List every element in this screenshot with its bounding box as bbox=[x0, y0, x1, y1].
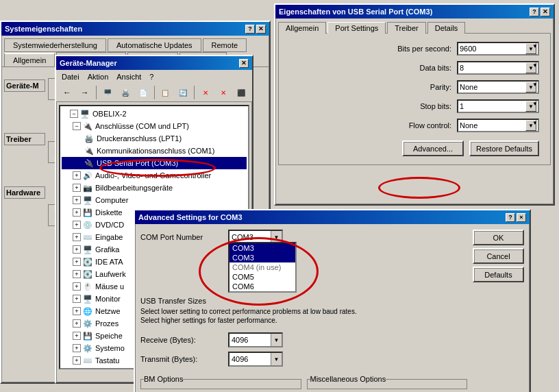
stop-bits-label: Stop bits: bbox=[390, 102, 451, 110]
toolbar-icon7[interactable]: ✕ bbox=[215, 85, 232, 100]
receive-dropdown-arrow[interactable]: ▼ bbox=[271, 334, 282, 346]
menu-datei[interactable]: Datei bbox=[58, 71, 84, 82]
dropdown-item-com5[interactable]: COM5 bbox=[229, 272, 295, 282]
tab-allgemein[interactable]: Allgemein bbox=[4, 53, 55, 67]
toolbar-forward[interactable]: → bbox=[77, 85, 93, 100]
usb-props-help-button[interactable]: ? bbox=[530, 8, 539, 16]
geraete-close-button[interactable]: ✕ bbox=[239, 59, 249, 68]
menu-aktion[interactable]: Aktion bbox=[84, 71, 113, 82]
help-button[interactable]: ? bbox=[245, 25, 255, 34]
stop-bits-select[interactable]: 1 ▼ bbox=[457, 99, 539, 113]
advanced-help-button[interactable]: ? bbox=[506, 213, 515, 222]
parity-select-wrapper[interactable]: None ▼ bbox=[457, 80, 539, 94]
monitor-icon: 🖥️ bbox=[82, 293, 93, 304]
toolbar-icon1[interactable]: 🖥️ bbox=[99, 85, 116, 100]
dropdown-item-com4[interactable]: COM4 (in use) bbox=[229, 262, 295, 272]
anschluesse-expand[interactable]: − bbox=[73, 122, 81, 130]
toolbar-icon6[interactable]: ✕ bbox=[197, 85, 214, 100]
toolbar-icon4[interactable]: 📋 bbox=[158, 85, 174, 100]
bild-expand[interactable]: + bbox=[73, 184, 81, 192]
prozessor-expand[interactable]: + bbox=[73, 319, 81, 328]
bits-per-second-arrow[interactable]: ▼ bbox=[525, 43, 536, 54]
data-bits-row: Data bits: 8 ▼ bbox=[290, 61, 539, 75]
receive-select[interactable]: 4096 ▼ bbox=[228, 332, 283, 347]
advanced-button[interactable]: Advanced... bbox=[402, 140, 464, 156]
tab-remote[interactable]: Remote bbox=[203, 38, 247, 52]
speicher-expand[interactable]: + bbox=[73, 332, 81, 340]
data-bits-select[interactable]: 8 ▼ bbox=[457, 61, 539, 75]
treiber-section-label: Treiber bbox=[4, 133, 45, 145]
root-expand[interactable]: − bbox=[70, 110, 78, 118]
restore-defaults-button[interactable]: Restore Defaults bbox=[469, 140, 539, 156]
dropdown-item-com3-1[interactable]: COM3 bbox=[229, 243, 295, 253]
grafik-label: Grafika bbox=[95, 245, 119, 254]
tree-item-com1[interactable]: 🔌 Kommunikationsanschluss (COM1) bbox=[62, 145, 247, 157]
tab-automatische-updates[interactable]: Automatische Updates bbox=[108, 38, 201, 52]
advanced-settings-window[interactable]: Advanced Settings for COM3 ? × COM Port … bbox=[134, 209, 531, 392]
stop-bits-arrow[interactable]: ▼ bbox=[525, 101, 536, 112]
tab-treiber[interactable]: Treiber bbox=[387, 22, 425, 34]
tree-item-audio[interactable]: + 🔊 Audio-, Video- und Gamecontroller bbox=[62, 169, 247, 182]
parity-select[interactable]: None ▼ bbox=[457, 80, 539, 94]
tree-item-anschluesse[interactable]: − 🔌 Anschlüsse (COM und LPT) bbox=[62, 120, 247, 132]
grafik-expand[interactable]: + bbox=[73, 245, 81, 254]
advanced-close-button[interactable]: × bbox=[517, 213, 526, 222]
laufwerk-expand[interactable]: + bbox=[73, 270, 81, 278]
maus-expand[interactable]: + bbox=[73, 282, 81, 291]
transmit-dropdown-arrow[interactable]: ▼ bbox=[271, 353, 282, 365]
ok-button[interactable]: OK bbox=[473, 230, 524, 245]
bits-per-second-value: 9600 bbox=[460, 45, 476, 53]
data-bits-arrow[interactable]: ▼ bbox=[525, 62, 536, 73]
flow-control-arrow[interactable]: ▼ bbox=[525, 120, 536, 131]
receive-value: 4096 bbox=[229, 335, 271, 345]
data-bits-select-wrapper[interactable]: 8 ▼ bbox=[457, 61, 539, 75]
audio-expand[interactable]: + bbox=[73, 171, 81, 180]
usb-props-window[interactable]: Eigenschaften von USB Serial Port (COM3)… bbox=[274, 3, 555, 206]
diskette-expand[interactable]: + bbox=[73, 208, 81, 217]
tab-details[interactable]: Details bbox=[427, 22, 466, 34]
menu-help[interactable]: ? bbox=[145, 71, 158, 82]
tastatur-expand[interactable]: + bbox=[73, 356, 81, 365]
transmit-select[interactable]: 4096 ▼ bbox=[228, 352, 283, 367]
ide-expand[interactable]: + bbox=[73, 258, 81, 266]
bits-per-second-select[interactable]: 9600 ▼ bbox=[457, 42, 539, 56]
flow-control-select[interactable]: None ▼ bbox=[457, 119, 539, 132]
com-port-label: COM Port Number bbox=[140, 233, 223, 241]
netzwerk-expand[interactable]: + bbox=[73, 307, 81, 315]
eingabe-expand[interactable]: + bbox=[73, 233, 81, 241]
monitor-expand[interactable]: + bbox=[73, 295, 81, 303]
close-button[interactable]: ✕ bbox=[256, 25, 266, 34]
tab-allgemein[interactable]: Allgemein bbox=[278, 22, 326, 34]
dropdown-item-com3-2[interactable]: COM3 bbox=[229, 253, 295, 262]
tree-item-usb-serial[interactable]: 🔌 USB Serial Port (COM3) bbox=[62, 157, 247, 169]
com-port-wrapper[interactable]: COM3 ▼ COM3 COM3 COM4 (in use) COM5 COM6 bbox=[228, 230, 283, 245]
tree-root[interactable]: − 🖥️ OBELIX-2 bbox=[62, 108, 247, 120]
tree-item-computer[interactable]: + 🖥️ Computer bbox=[62, 194, 247, 206]
toolbar-icon5[interactable]: 🔄 bbox=[175, 85, 191, 100]
speicher-icon: 💾 bbox=[82, 330, 93, 341]
tab-port-settings[interactable]: Port Settings bbox=[327, 22, 386, 34]
toolbar-icon3[interactable]: 📄 bbox=[135, 85, 151, 100]
tab-systemwiederherstellung[interactable]: Systemwiederherstellung bbox=[4, 38, 106, 52]
parity-arrow[interactable]: ▼ bbox=[525, 82, 536, 93]
toolbar-icon8[interactable]: ⬛ bbox=[233, 85, 249, 100]
tree-item-lpt1[interactable]: 🖨️ Druckeranschluss (LPT1) bbox=[62, 132, 247, 145]
toolbar-back[interactable]: ← bbox=[59, 85, 75, 100]
com-port-dropdown-list[interactable]: COM3 COM3 COM4 (in use) COM5 COM6 bbox=[228, 242, 297, 293]
usb-props-close-button[interactable]: ✕ bbox=[541, 8, 550, 16]
toolbar-icon2[interactable]: 🖨️ bbox=[117, 85, 134, 100]
dropdown-item-com6[interactable]: COM6 bbox=[229, 282, 295, 291]
geraete-title-buttons: ✕ bbox=[239, 59, 249, 68]
receive-row: Receive (Bytes): 4096 ▼ bbox=[140, 332, 467, 347]
system-expand[interactable]: + bbox=[73, 344, 81, 352]
computer-expand[interactable]: + bbox=[73, 196, 81, 204]
flow-control-select-wrapper[interactable]: None ▼ bbox=[457, 119, 539, 132]
stop-bits-select-wrapper[interactable]: 1 ▼ bbox=[457, 99, 539, 113]
dvd-expand[interactable]: + bbox=[73, 221, 81, 229]
cancel-button[interactable]: Cancel bbox=[473, 248, 524, 264]
menu-ansicht[interactable]: Ansicht bbox=[112, 71, 145, 82]
bits-per-second-select-wrapper[interactable]: 9600 ▼ bbox=[457, 42, 539, 56]
tree-item-bildbearbeitung[interactable]: + 📷 Bildbearbeitungsgeräte bbox=[62, 182, 247, 194]
defaults-button[interactable]: Defaults bbox=[473, 267, 524, 282]
toolbar-sep-3 bbox=[194, 86, 195, 99]
